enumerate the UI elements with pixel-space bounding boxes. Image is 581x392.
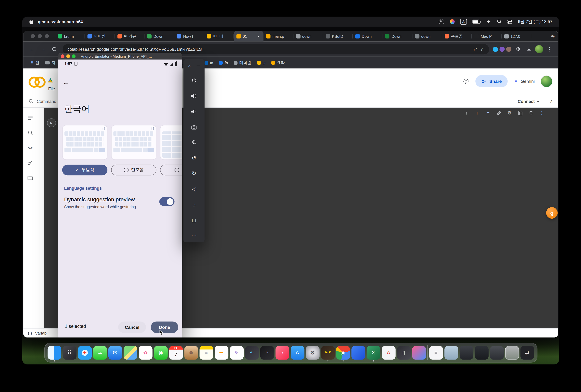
find-replace-icon[interactable]: [28, 130, 33, 135]
zoom-icon[interactable]: [184, 135, 204, 150]
browser-tab[interactable]: How t ×: [174, 31, 204, 41]
dock-photo-booth[interactable]: ☺: [184, 346, 198, 360]
dock-calendar[interactable]: 7: [169, 346, 183, 360]
keyboard-preview-card[interactable]: [62, 125, 108, 160]
layout-radio-pill[interactable]: 10키: [160, 165, 182, 176]
bookmark-item[interactable]: 대학원: [231, 57, 254, 69]
dock-messages[interactable]: ☁: [93, 346, 107, 360]
bookmark-item[interactable]: 지: [42, 57, 58, 69]
browser-tab[interactable]: 01_에 ×: [204, 31, 234, 41]
floating-extension-button[interactable]: g: [546, 207, 558, 219]
dock-safari[interactable]: ✦: [78, 346, 92, 360]
browser-tab[interactable]: KBotD ×: [323, 31, 353, 41]
browser-tab[interactable]: down ×: [293, 31, 323, 41]
dock-apple-tv[interactable]: tv: [260, 346, 274, 360]
command-palette-button[interactable]: Command: [37, 99, 56, 104]
emulator-status-icon[interactable]: [450, 19, 454, 24]
keyboard-layout-option[interactable]: 10키: [160, 125, 182, 175]
dock-freeform[interactable]: ✎: [230, 346, 244, 360]
power-button-icon[interactable]: [184, 72, 204, 88]
android-overview-nav-icon[interactable]: □: [184, 212, 204, 228]
dock-divider[interactable]: [427, 345, 428, 360]
dock-shortcuts[interactable]: [412, 346, 426, 360]
done-button[interactable]: Done: [151, 322, 178, 333]
keyboard-preview-card[interactable]: [111, 125, 156, 160]
variables-panel-button[interactable]: Variab: [35, 331, 46, 335]
connect-button[interactable]: Connect ▾: [518, 99, 539, 104]
bookmark-item[interactable]: 요약: [268, 57, 288, 69]
keyboard-layout-option[interactable]: 두벌식: [62, 125, 108, 175]
menu-bar-clock[interactable]: 6월 7일 (토) 13:57: [518, 19, 552, 24]
dock-mail[interactable]: ✉: [108, 346, 122, 360]
screenshot-camera-icon[interactable]: [184, 119, 204, 135]
minimize-window-button[interactable]: [38, 34, 42, 38]
dock-voice-wave-app[interactable]: ∿: [245, 346, 259, 360]
input-source-indicator[interactable]: A: [460, 19, 467, 25]
browser-tab[interactable]: Down ×: [382, 31, 412, 41]
browser-tab[interactable]: Down ×: [144, 31, 174, 41]
move-cell-up-icon[interactable]: ↑: [464, 110, 470, 116]
dock-reminders[interactable]: ☰: [214, 346, 228, 360]
browser-tab[interactable]: kru.m ×: [55, 31, 85, 41]
apple-menu-icon[interactable]: [29, 19, 34, 24]
android-back-nav-icon[interactable]: ◁: [184, 181, 204, 197]
back-button[interactable]: ←: [27, 44, 37, 54]
dock-app-store[interactable]: A: [290, 346, 304, 360]
address-bar[interactable]: colab.research.google.com/drive/1e-lZjl7…: [63, 44, 489, 54]
browser-tab[interactable]: main.p ×: [264, 31, 293, 41]
dock-blue-doc-app[interactable]: [351, 346, 365, 360]
emulator-zoom-button[interactable]: [72, 54, 76, 58]
dock-kakaotalk[interactable]: TALK: [321, 346, 335, 360]
browser-tab[interactable]: down ×: [412, 31, 442, 41]
browser-tab[interactable]: Down ×: [353, 31, 382, 41]
dock-music[interactable]: ♪: [275, 346, 289, 360]
browser-tab[interactable]: 파이썬 ×: [85, 31, 115, 41]
rotate-left-icon[interactable]: ↺: [184, 150, 204, 166]
menu-file[interactable]: File: [48, 87, 55, 91]
battery-icon[interactable]: [472, 20, 480, 24]
screen-recording-icon[interactable]: [438, 19, 444, 24]
browser-menu-kebab-icon[interactable]: ⋮: [545, 44, 554, 54]
reload-button[interactable]: [49, 44, 59, 54]
android-back-arrow-icon[interactable]: ←: [63, 79, 69, 86]
tab-close-icon[interactable]: ×: [256, 34, 261, 38]
wifi-icon[interactable]: [486, 20, 491, 24]
dock-system-settings[interactable]: ⚙: [306, 346, 320, 360]
dock-finder[interactable]: [48, 346, 61, 360]
control-center-icon[interactable]: [507, 19, 512, 24]
volume-down-icon[interactable]: [184, 104, 204, 119]
extension-icon-1[interactable]: [493, 46, 498, 51]
dock-minimized-window-3[interactable]: [490, 346, 504, 360]
dock-notes[interactable]: ≡: [199, 346, 213, 360]
dock-window-switcher[interactable]: ⇄: [520, 346, 534, 360]
toolbar-more-icon[interactable]: ⋯: [184, 228, 204, 243]
toolbar-close-icon[interactable]: ×: [188, 63, 191, 68]
keyboard-layout-option[interactable]: 단모음: [111, 125, 156, 175]
gemini-button[interactable]: ✦ Gemini: [514, 78, 535, 84]
move-cell-down-icon[interactable]: ↓: [474, 110, 480, 116]
dock-facetime[interactable]: ◉: [154, 346, 168, 360]
browser-tab[interactable]: 푸르공 ×: [442, 31, 472, 41]
volume-up-icon[interactable]: [184, 88, 204, 104]
emulator-close-button[interactable]: [61, 54, 64, 58]
language-settings-link[interactable]: Language settings: [64, 186, 102, 191]
extensions-puzzle-icon[interactable]: [513, 44, 522, 54]
browser-tab[interactable]: AI 커뮤 ×: [115, 31, 144, 41]
bookmark-item[interactable]: 앱: [28, 57, 42, 69]
copy-cell-icon[interactable]: [517, 110, 523, 116]
dock-minimized-window-2[interactable]: [474, 346, 488, 360]
code-snippets-icon[interactable]: <>: [28, 145, 32, 150]
share-button[interactable]: Share: [475, 75, 508, 87]
layout-radio-pill[interactable]: 두벌식: [62, 165, 108, 176]
dock-a-app[interactable]: A: [382, 346, 396, 360]
url-text[interactable]: colab.research.google.com/drive/1e-lZjl7…: [68, 47, 470, 51]
bookmark-star-icon[interactable]: ☆: [480, 46, 484, 51]
settings-gear-icon[interactable]: [463, 78, 469, 84]
cell-more-kebab-icon[interactable]: ⋮: [539, 110, 545, 116]
dock-launchpad[interactable]: ⠿: [63, 346, 76, 360]
dock-downloads-folder[interactable]: [444, 346, 458, 360]
downloads-icon[interactable]: [524, 44, 534, 54]
files-folder-icon[interactable]: [28, 175, 33, 180]
browser-tab[interactable]: 01 ×: [234, 31, 264, 41]
dock-phone-mirroring[interactable]: ▯: [397, 346, 411, 360]
